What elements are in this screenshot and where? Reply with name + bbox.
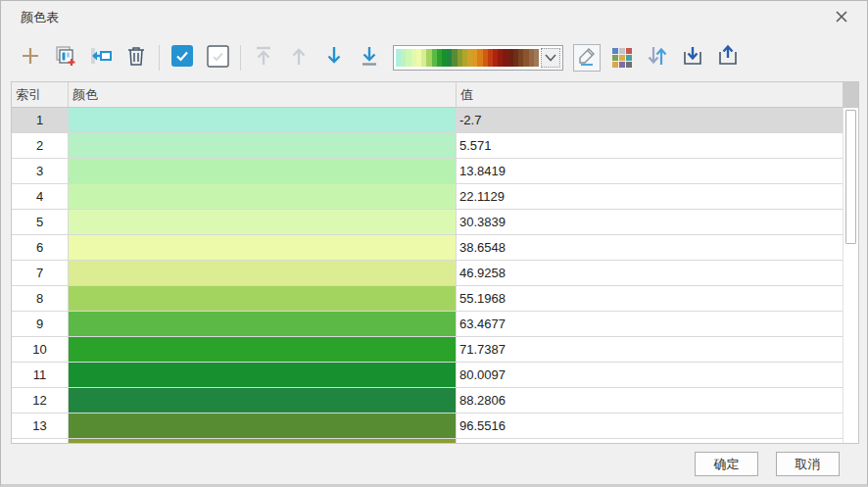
color-swatch[interactable] xyxy=(69,159,457,183)
table-row[interactable]: 2 5.571 xyxy=(12,133,858,159)
pencil-icon xyxy=(577,46,597,70)
row-index: 11 xyxy=(12,363,69,387)
row-value[interactable]: 88.2806 xyxy=(457,388,858,413)
checkbox-checked-icon xyxy=(170,44,194,72)
row-value[interactable]: 22.1129 xyxy=(457,184,858,209)
add-row-button[interactable] xyxy=(16,43,45,73)
color-swatch[interactable] xyxy=(69,184,457,209)
color-ramp-combo[interactable] xyxy=(393,45,563,71)
sort-arrows-icon xyxy=(646,44,669,72)
row-index xyxy=(12,439,69,444)
move-to-top-button[interactable] xyxy=(249,43,278,73)
move-to-bottom-button[interactable] xyxy=(355,43,384,73)
toolbar-separator xyxy=(240,45,241,71)
insert-row-button[interactable] xyxy=(86,43,116,73)
dialog-title: 颜色表 xyxy=(21,9,59,26)
row-index: 3 xyxy=(12,159,69,183)
row-value[interactable]: -2.7 xyxy=(457,108,858,132)
arrow-to-bottom-icon xyxy=(359,45,380,71)
row-index: 5 xyxy=(12,210,69,234)
row-index: 9 xyxy=(12,312,69,336)
color-table-dialog: { "dialog": { "title": "颜色表" }, "toolbar… xyxy=(0,0,868,487)
color-swatch[interactable] xyxy=(69,133,457,158)
color-swatch[interactable] xyxy=(69,235,457,260)
color-swatch[interactable] xyxy=(69,363,457,387)
row-value[interactable]: 46.9258 xyxy=(457,261,858,285)
color-swatch[interactable] xyxy=(69,337,457,362)
row-value[interactable]: 13.8419 xyxy=(457,159,858,183)
row-index: 12 xyxy=(12,388,69,413)
ok-button[interactable]: 确定 xyxy=(695,452,758,476)
row-index: 1 xyxy=(12,108,69,132)
row-value[interactable]: 5.571 xyxy=(457,133,858,158)
row-index: 8 xyxy=(12,286,69,311)
palette-grid-icon xyxy=(612,48,632,68)
color-swatch[interactable] xyxy=(69,210,457,234)
chevron-down-icon[interactable] xyxy=(541,48,560,68)
table-row[interactable]: 6 38.6548 xyxy=(12,235,858,261)
table-row[interactable]: 12 88.2806 xyxy=(12,388,858,414)
row-value[interactable]: 71.7387 xyxy=(457,337,858,362)
row-value[interactable]: 38.6548 xyxy=(457,235,858,260)
color-swatch[interactable] xyxy=(69,312,457,336)
row-value[interactable]: 96.5516 xyxy=(457,414,858,438)
edit-ramp-button[interactable] xyxy=(573,44,601,72)
uncheck-all-button[interactable] xyxy=(203,43,232,73)
import-button[interactable] xyxy=(678,43,707,73)
table-row[interactable]: 9 63.4677 xyxy=(12,312,858,337)
arrow-to-top-icon xyxy=(253,45,274,71)
table-row[interactable]: 13 96.5516 xyxy=(12,414,858,439)
table-row-partial[interactable] xyxy=(12,439,858,444)
vertical-scrollbar[interactable] xyxy=(843,108,858,444)
color-ramp-preview xyxy=(396,49,539,67)
row-value[interactable]: 63.4677 xyxy=(457,312,858,336)
row-index: 10 xyxy=(12,337,69,362)
color-swatch[interactable] xyxy=(69,261,457,285)
table-row[interactable]: 1 -2.7 xyxy=(12,108,858,133)
palette-button[interactable] xyxy=(607,43,637,73)
table-row[interactable]: 7 46.9258 xyxy=(12,261,858,286)
color-swatch[interactable] xyxy=(69,108,457,132)
cancel-button[interactable]: 取消 xyxy=(776,452,840,476)
color-swatch[interactable] xyxy=(69,286,457,311)
export-icon xyxy=(716,44,740,72)
close-icon[interactable] xyxy=(832,7,851,26)
header-scrollbar-corner xyxy=(843,82,858,107)
table-body: 1 -2.7 2 5.571 3 13.8419 4 22.1129 5 30.… xyxy=(12,108,858,444)
row-value[interactable]: 30.3839 xyxy=(457,210,858,234)
header-color[interactable]: 颜色 xyxy=(69,82,457,107)
check-all-button[interactable] xyxy=(168,43,197,73)
arrow-down-icon xyxy=(323,45,345,71)
table-row[interactable]: 10 71.7387 xyxy=(12,337,858,363)
row-index: 7 xyxy=(12,261,69,285)
row-index: 4 xyxy=(12,184,69,209)
header-index[interactable]: 索引 xyxy=(12,82,69,107)
table-row[interactable]: 8 55.1968 xyxy=(12,286,858,312)
row-value xyxy=(457,439,858,444)
table-row[interactable]: 5 30.3839 xyxy=(12,210,858,235)
sort-button[interactable] xyxy=(643,43,672,73)
row-value[interactable]: 80.0097 xyxy=(457,363,858,387)
batch-add-button[interactable] xyxy=(51,43,80,73)
header-value[interactable]: 值 xyxy=(457,82,843,107)
export-button[interactable] xyxy=(713,43,743,73)
table-row[interactable]: 3 13.8419 xyxy=(12,159,858,184)
table-header: 索引 颜色 值 xyxy=(12,82,858,108)
scrollbar-thumb[interactable] xyxy=(845,110,856,244)
table-row[interactable]: 11 80.0097 xyxy=(12,363,858,388)
arrow-up-icon xyxy=(288,45,310,71)
insert-arrow-icon xyxy=(89,44,113,72)
delete-row-button[interactable] xyxy=(121,43,151,73)
row-index: 6 xyxy=(12,235,69,260)
checkbox-unchecked-icon xyxy=(207,45,229,72)
color-swatch[interactable] xyxy=(69,414,457,438)
color-swatch[interactable] xyxy=(69,439,457,444)
table-row[interactable]: 4 22.1129 xyxy=(12,184,858,210)
row-index: 2 xyxy=(12,133,69,158)
batch-add-icon xyxy=(54,44,77,72)
row-index: 13 xyxy=(12,414,69,438)
move-down-button[interactable] xyxy=(319,43,349,73)
color-swatch[interactable] xyxy=(69,388,457,413)
move-up-button[interactable] xyxy=(284,43,313,73)
row-value[interactable]: 55.1968 xyxy=(457,286,858,311)
